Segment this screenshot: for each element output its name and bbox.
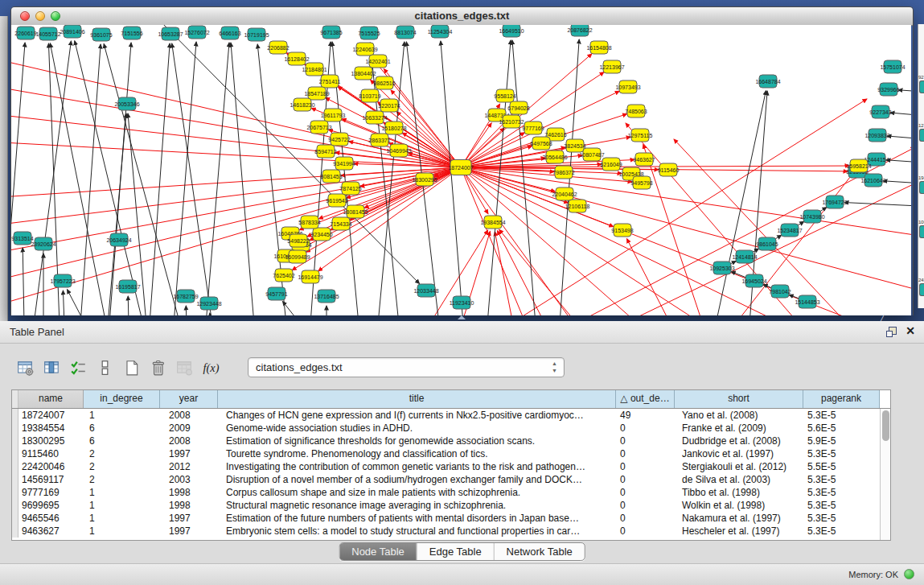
cell-name: 9465546 — [18, 512, 84, 525]
network-node-label: 5878334 — [298, 220, 320, 225]
table-row[interactable]: 911546021997Tourette syndrome. Phenomeno… — [12, 447, 880, 460]
network-node-label: 20053346 — [114, 101, 139, 107]
cell-out_degree: 0 — [616, 435, 675, 447]
network-node-label: 19384554 — [480, 220, 505, 225]
table-row[interactable]: 977716911998Corpus callosum shape and si… — [12, 486, 880, 499]
table-row[interactable]: 946362711997Embryonic stem cells: a mode… — [12, 525, 880, 538]
network-edge[interactable] — [128, 296, 129, 315]
panel-splitter-grip[interactable] — [458, 315, 466, 319]
cell-year: 1998 — [160, 499, 218, 512]
select-columns-icon[interactable] — [68, 356, 88, 377]
network-node-label: 9115460 — [658, 167, 680, 173]
cell-pagerank: 5.3E-5 — [803, 409, 880, 422]
table-selector-value: citations_edges.txt — [256, 361, 343, 373]
cell-year: 1997 — [160, 447, 218, 460]
network-edge[interactable] — [886, 160, 911, 163]
table-row[interactable]: 1830029562008Estimation of significance … — [12, 435, 880, 447]
cell-name: 18300295 — [18, 435, 84, 447]
cell-name: 19384554 — [18, 422, 84, 435]
network-edge[interactable] — [887, 136, 911, 140]
cell-year: 1997 — [160, 512, 218, 525]
column-header-in_degree[interactable]: in_degree — [84, 390, 160, 408]
network-window-titlebar[interactable]: citations_edges.txt — [11, 7, 913, 26]
table-row[interactable]: 1938455462009Genome-wide association stu… — [12, 422, 880, 435]
network-canvas[interactable]: 2260619140557122089140693610757151556106… — [11, 25, 911, 315]
show-column-icon[interactable] — [41, 356, 62, 377]
network-edge[interactable] — [898, 90, 911, 93]
network-edge[interactable] — [735, 173, 853, 315]
column-header-short[interactable]: short — [675, 390, 803, 408]
memory-status-icon — [904, 569, 914, 579]
network-edge[interactable] — [441, 41, 463, 315]
tab-node-table[interactable]: Node Table — [339, 543, 417, 560]
network-node-label: 6466163 — [219, 31, 240, 36]
scrollbar-thumb[interactable] — [882, 410, 889, 441]
network-edge[interactable] — [186, 306, 187, 315]
float-panel-icon[interactable] — [886, 327, 897, 337]
network-edge[interactable] — [890, 113, 911, 117]
cell-pagerank: 5.3E-5 — [803, 512, 880, 525]
network-edge[interactable] — [23, 248, 24, 315]
table-row[interactable]: 969969511998Structural magnetic resonanc… — [12, 499, 880, 512]
cell-title: Tourette syndrome. Phenomenology and cla… — [218, 447, 616, 460]
network-node-label: 10743980 — [799, 214, 824, 220]
column-header-year[interactable]: year — [160, 390, 218, 408]
network-node-label: 7154334 — [330, 221, 351, 227]
background-node-label: 9278 — [918, 75, 924, 80]
table-tabs: Node TableEdge TableNetwork Table — [339, 542, 585, 561]
delete-table-icon[interactable] — [147, 356, 168, 377]
cell-name: 9777169 — [18, 486, 84, 499]
network-node-label: 16945024 — [741, 278, 766, 284]
dropdown-stepper-icon: ▲▼ — [550, 360, 559, 375]
network-node-label: 14618230 — [290, 102, 314, 108]
new-table-icon[interactable] — [121, 356, 142, 377]
import-table-icon[interactable] — [174, 356, 195, 377]
network-edge[interactable] — [206, 43, 229, 315]
table-row[interactable]: 1872400712008Changes of HCN gene express… — [12, 409, 880, 422]
network-edge[interactable] — [75, 41, 143, 315]
network-node-label: 10469943 — [386, 148, 411, 154]
network-edge[interactable] — [461, 167, 526, 315]
close-panel-icon[interactable]: ✕ — [906, 324, 915, 337]
network-edge[interactable] — [487, 40, 511, 315]
cell-short: Wolkin et al. (1998) — [675, 499, 803, 512]
row-gutter-cell — [12, 422, 18, 435]
cell-short: Franke et al. (2009) — [675, 422, 803, 435]
cell-in_degree: 1 — [84, 499, 160, 512]
column-header-title[interactable]: title — [218, 390, 616, 408]
table-row[interactable]: 2242004622012Investigating the contribut… — [12, 460, 880, 473]
table-scrollbar[interactable] — [880, 409, 890, 540]
table-row[interactable]: 946554611997Estimation of the future num… — [12, 512, 880, 525]
function-builder-icon[interactable]: f(x) — [200, 356, 221, 377]
network-edge[interactable] — [231, 43, 254, 315]
network-node-label: 12184801 — [302, 67, 326, 72]
cell-out_degree: 0 — [616, 525, 675, 538]
cell-in_degree: 2 — [84, 460, 160, 473]
cell-title: Disruption of a novel member of a sodium… — [218, 473, 616, 486]
column-header-out_degree[interactable]: △ out_de… — [616, 390, 675, 408]
table-row[interactable]: 1456911722003Disruption of a novel membe… — [12, 473, 880, 486]
network-edge[interactable] — [11, 167, 461, 226]
tab-network-table[interactable]: Network Table — [494, 543, 585, 560]
network-node-label: 12923448 — [196, 301, 221, 307]
network-edge[interactable] — [844, 203, 911, 207]
column-header-name[interactable]: name — [18, 390, 84, 408]
network-edge[interactable] — [80, 44, 101, 315]
cell-title: Genome-wide association studies in ADHD. — [218, 422, 616, 435]
network-edge[interactable] — [174, 42, 196, 315]
network-edge[interactable] — [883, 181, 911, 184]
network-node-label: 17694723 — [822, 200, 847, 205]
table-selector-dropdown[interactable]: citations_edges.txt ▲▼ — [248, 357, 565, 377]
background-node-label: 2450 — [918, 278, 924, 282]
row-height-icon[interactable] — [94, 356, 115, 377]
network-edge[interactable] — [63, 290, 64, 315]
tab-edge-table[interactable]: Edge Table — [417, 543, 494, 560]
network-edge[interactable] — [461, 167, 864, 315]
cytoscape-app: citations_edges.txt 22606191405571220891… — [0, 0, 924, 585]
cell-title: Estimation of significance thresholds fo… — [218, 435, 616, 447]
table-panel-header: Table Panel ✕ — [0, 321, 924, 344]
cell-in_degree: 1 — [84, 525, 160, 538]
table-settings-icon[interactable] — [14, 356, 35, 377]
column-header-pagerank[interactable]: pagerank — [803, 390, 880, 408]
network-node-label: 12033448 — [413, 288, 438, 294]
